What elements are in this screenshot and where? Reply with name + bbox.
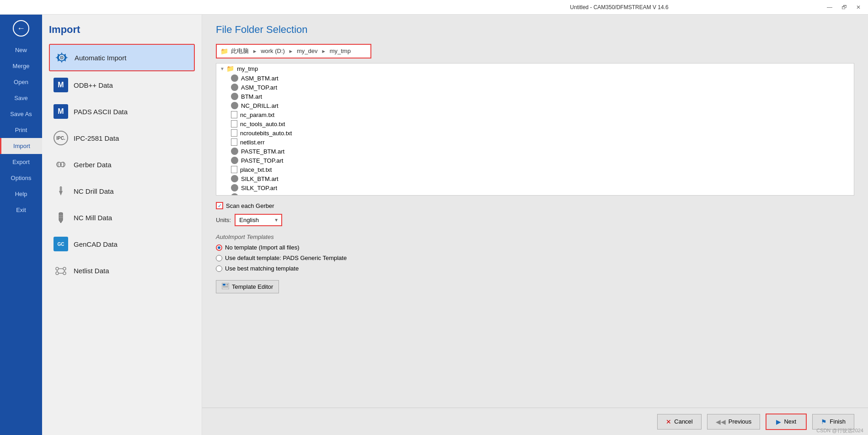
menu-item-nc-drill[interactable]: NC Drill Data	[49, 178, 195, 204]
title-bar-title: Untitled - CAM350/DFMSTREAM V 14.6	[414, 4, 824, 11]
list-item[interactable]: nc_param.txt	[216, 110, 854, 119]
template-editor-icon	[222, 283, 229, 291]
radio-no-template[interactable]: No template (Import all files)	[216, 244, 854, 251]
art-file-icon	[231, 175, 238, 182]
art-file-icon	[231, 193, 238, 196]
bottom-bar: ✕ Cancel ◀◀ Previous ▶ Next ⚑ Finish	[202, 408, 868, 435]
file-name: place_txt.txt	[240, 166, 272, 173]
menu-item-netlist[interactable]: Netlist Data	[49, 258, 195, 283]
cancel-button[interactable]: ✕ Cancel	[657, 414, 701, 430]
menu-item-label-gerber: Gerber Data	[74, 161, 112, 169]
template-editor-label: Template Editor	[232, 283, 273, 290]
folder-name: my_tmp	[237, 65, 258, 72]
svg-point-14	[56, 267, 59, 270]
radio-group-templates: No template (Import all files) Use defau…	[216, 244, 854, 272]
minimize-button[interactable]: —	[824, 4, 835, 11]
left-nav: ← New Merge Open Save Save As Print Impo…	[0, 15, 42, 435]
sidebar-item-import[interactable]: Import	[0, 138, 42, 154]
radio-label-best-template: Use best matching template	[225, 265, 299, 272]
next-label: Next	[784, 418, 796, 425]
list-item[interactable]: SILK_TOP.art	[216, 183, 854, 192]
svg-rect-24	[226, 284, 228, 286]
art-file-icon	[231, 148, 238, 155]
gear-icon	[54, 50, 69, 65]
art-file-icon	[231, 102, 238, 109]
list-item[interactable]: PASTE_TOP.art	[216, 156, 854, 165]
middle-panel-title: Import	[49, 24, 195, 36]
sidebar-item-help[interactable]: Help	[0, 186, 42, 202]
breadcrumb-part-1: 此电脑	[231, 48, 249, 54]
list-item[interactable]: nc_tools_auto.txt	[216, 119, 854, 128]
close-button[interactable]: ✕	[853, 4, 863, 11]
list-item[interactable]: SILK_BTM.art	[216, 174, 854, 183]
list-item[interactable]: ASM_BTM.art	[216, 74, 854, 83]
menu-item-label-nc-mill: NC Mill Data	[74, 214, 112, 222]
units-select-wrapper[interactable]: English Metric ▼	[235, 214, 282, 226]
sidebar-item-print[interactable]: Print	[0, 122, 42, 138]
sidebar-item-save-as[interactable]: Save As	[0, 106, 42, 122]
menu-item-pads[interactable]: M PADS ASCII Data	[49, 99, 195, 124]
list-item[interactable]: ncroutebits_auto.txt	[216, 128, 854, 138]
svg-marker-8	[59, 191, 63, 196]
sidebar-item-merge[interactable]: Merge	[0, 58, 42, 74]
finish-icon: ⚑	[821, 418, 827, 425]
tree-folder-item[interactable]: ▼ 📁 my_tmp	[216, 64, 854, 74]
menu-item-nc-mill[interactable]: NC Mill Data	[49, 205, 195, 230]
sidebar-item-save[interactable]: Save	[0, 90, 42, 106]
sidebar-item-export[interactable]: Export	[0, 154, 42, 170]
txt-file-icon	[231, 166, 237, 173]
list-item[interactable]: BTM.art	[216, 92, 854, 101]
file-name: netlist.err	[240, 139, 264, 146]
menu-item-label-nc-drill: NC Drill Data	[74, 187, 114, 195]
list-item[interactable]: PASTE_BTM.art	[216, 147, 854, 156]
svg-point-16	[56, 272, 59, 275]
next-button[interactable]: ▶ Next	[766, 414, 807, 430]
sidebar-item-options[interactable]: Options	[0, 170, 42, 186]
content-panel: File Folder Selection 📁 此电脑 ► work (D:) …	[202, 15, 868, 435]
radio-default-template[interactable]: Use default template: PADS Generic Templ…	[216, 255, 854, 261]
list-item[interactable]: netlist.err	[216, 138, 854, 147]
restore-button[interactable]: 🗗	[839, 4, 850, 11]
scan-gerber-row: ✓ Scan each Gerber	[216, 202, 854, 209]
file-name: NC_DRILL.art	[241, 102, 279, 109]
menu-item-gerber[interactable]: Gerber Data	[49, 152, 195, 177]
file-name: ASM_TOP.art	[241, 84, 277, 91]
art-file-icon	[231, 74, 238, 82]
units-row: Units: English Metric ▼	[216, 214, 854, 226]
menu-item-gencad[interactable]: GC GenCAD Data	[49, 231, 195, 257]
cancel-icon: ✕	[666, 418, 671, 425]
list-item[interactable]: SOLDER_BTM.art	[216, 192, 854, 196]
previous-button[interactable]: ◀◀ Previous	[707, 414, 761, 430]
radio-best-template[interactable]: Use best matching template	[216, 265, 854, 272]
file-path-bar[interactable]: 📁 此电脑 ► work (D:) ► my_dev ► my_tmp	[216, 44, 371, 58]
gencad-icon: GC	[54, 237, 68, 251]
sidebar-item-exit[interactable]: Exit	[0, 202, 42, 218]
netlist-icon	[54, 263, 68, 278]
file-name: PASTE_TOP.art	[241, 157, 284, 164]
menu-item-ipc[interactable]: IPC. IPC-2581 Data	[49, 125, 195, 151]
txt-file-icon	[231, 111, 237, 118]
svg-point-15	[63, 267, 66, 270]
svg-rect-10	[59, 189, 62, 190]
svg-rect-23	[223, 284, 225, 286]
sidebar-item-new[interactable]: New	[0, 42, 42, 58]
sidebar-item-open[interactable]: Open	[0, 74, 42, 90]
scan-gerber-label[interactable]: ✓ Scan each Gerber	[216, 202, 274, 209]
template-editor-button[interactable]: Template Editor	[216, 280, 279, 293]
scan-gerber-checkbox[interactable]: ✓	[216, 202, 223, 209]
units-select[interactable]: English Metric	[236, 215, 281, 225]
file-name: nc_tools_auto.txt	[240, 121, 285, 127]
odb-icon: M	[54, 78, 68, 92]
menu-item-automatic-import[interactable]: Automatic Import	[49, 44, 195, 71]
menu-item-odb[interactable]: M ODB++ Data	[49, 72, 195, 98]
title-bar: Untitled - CAM350/DFMSTREAM V 14.6 — 🗗 ✕	[0, 0, 868, 15]
art-file-icon	[231, 84, 238, 91]
txt-file-icon	[231, 120, 237, 127]
nc-drill-icon	[54, 184, 68, 198]
list-item[interactable]: NC_DRILL.art	[216, 101, 854, 110]
file-tree-container[interactable]: ▼ 📁 my_tmp ASM_BTM.art ASM_TOP.art BTM.a…	[216, 63, 854, 196]
list-item[interactable]: place_txt.txt	[216, 165, 854, 174]
cancel-label: Cancel	[674, 418, 692, 425]
list-item[interactable]: ASM_TOP.art	[216, 83, 854, 92]
back-button[interactable]: ←	[0, 15, 42, 42]
